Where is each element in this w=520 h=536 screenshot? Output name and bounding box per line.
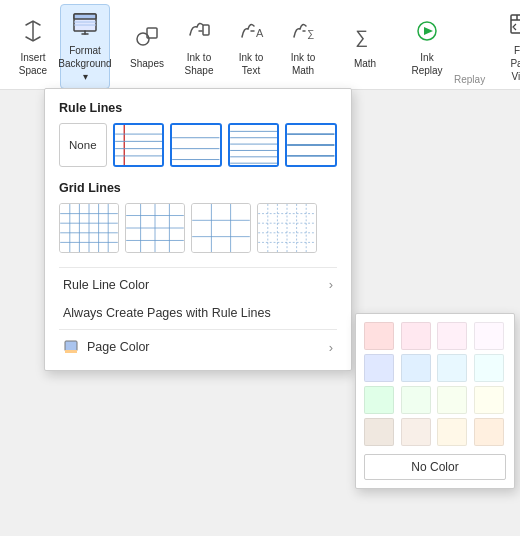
rule-option-2[interactable] xyxy=(170,123,222,167)
math-icon: ∑ xyxy=(351,23,379,55)
ink-to-text-label: Ink toText xyxy=(239,51,263,77)
svg-rect-66 xyxy=(65,341,77,351)
color-swatch-9[interactable] xyxy=(401,386,431,414)
math-label: Math xyxy=(354,57,376,70)
color-swatch-14[interactable] xyxy=(437,418,467,446)
color-swatch-7[interactable] xyxy=(474,354,504,382)
color-swatch-1[interactable] xyxy=(401,322,431,350)
rule-line-color-item[interactable]: Rule Line Color › xyxy=(59,270,337,299)
ink-to-math-button[interactable]: ∑ Ink toMath xyxy=(278,4,328,89)
svg-text:∑: ∑ xyxy=(307,28,314,39)
page-color-icon xyxy=(63,339,79,355)
color-swatch-3[interactable] xyxy=(474,322,504,350)
full-page-view-button[interactable]: Full PageView xyxy=(497,4,520,89)
grid-option-4[interactable] xyxy=(257,203,317,253)
rule-line-color-chevron: › xyxy=(329,277,333,292)
page-color-panel: No Color xyxy=(355,313,515,489)
page-color-label: Page Color xyxy=(87,340,150,354)
insert-space-icon xyxy=(19,17,47,49)
no-color-label: No Color xyxy=(411,460,458,474)
always-create-pages-label: Always Create Pages with Rule Lines xyxy=(63,306,271,320)
ribbon-toolbar: Insert Space FormatBackground ▾ Shapes xyxy=(0,0,520,90)
color-swatch-12[interactable] xyxy=(364,418,394,446)
grid-lines-title: Grid Lines xyxy=(59,181,337,195)
page-color-item-left: Page Color xyxy=(63,339,150,355)
format-background-label: FormatBackground ▾ xyxy=(58,44,111,83)
ink-to-text-button[interactable]: A Ink toText xyxy=(226,4,276,89)
grid-option-3[interactable] xyxy=(191,203,251,253)
svg-rect-19 xyxy=(172,125,219,165)
color-swatch-13[interactable] xyxy=(401,418,431,446)
always-create-pages-item[interactable]: Always Create Pages with Rule Lines xyxy=(59,299,337,327)
format-background-dropdown: Rule Lines None xyxy=(44,88,352,371)
svg-rect-1 xyxy=(74,14,96,19)
shapes-button[interactable]: Shapes xyxy=(122,4,172,89)
format-background-icon xyxy=(71,10,99,42)
page-color-item[interactable]: Page Color › xyxy=(59,332,337,362)
separator-1 xyxy=(59,267,337,268)
no-color-button[interactable]: No Color xyxy=(364,454,506,480)
color-swatch-6[interactable] xyxy=(437,354,467,382)
math-button[interactable]: ∑ Math xyxy=(340,4,390,89)
replay-group-label: Replay xyxy=(454,74,485,85)
rule-option-4[interactable] xyxy=(285,123,337,167)
svg-text:∑: ∑ xyxy=(355,27,368,47)
color-swatch-4[interactable] xyxy=(364,354,394,382)
ink-replay-button[interactable]: InkReplay xyxy=(402,4,452,89)
format-background-button[interactable]: FormatBackground ▾ xyxy=(60,4,110,89)
insert-space-label: Insert Space xyxy=(19,51,47,77)
svg-rect-6 xyxy=(203,25,209,35)
ink-replay-label: InkReplay xyxy=(411,51,442,77)
svg-text:A: A xyxy=(256,27,264,39)
rule-line-color-label: Rule Line Color xyxy=(63,278,149,292)
rule-lines-title: Rule Lines xyxy=(59,101,337,115)
ink-to-shape-button[interactable]: Ink toShape xyxy=(174,4,224,89)
color-swatch-15[interactable] xyxy=(474,418,504,446)
grid-option-1[interactable] xyxy=(59,203,119,253)
insert-space-button[interactable]: Insert Space xyxy=(8,4,58,89)
full-page-view-label: Full PageView xyxy=(507,44,520,83)
shapes-label: Shapes xyxy=(130,57,164,70)
color-swatch-8[interactable] xyxy=(364,386,394,414)
grid-line-options xyxy=(59,203,337,253)
color-swatch-10[interactable] xyxy=(437,386,467,414)
color-grid xyxy=(364,322,506,446)
ink-to-shape-label: Ink toShape xyxy=(185,51,214,77)
svg-marker-11 xyxy=(424,27,433,35)
ink-replay-icon xyxy=(413,17,441,49)
color-swatch-5[interactable] xyxy=(401,354,431,382)
ink-to-text-icon: A xyxy=(237,17,265,49)
ink-to-math-label: Ink toMath xyxy=(291,51,315,77)
grid-option-2[interactable] xyxy=(125,203,185,253)
color-swatch-2[interactable] xyxy=(437,322,467,350)
rule-none-option[interactable]: None xyxy=(59,123,107,167)
shapes-icon xyxy=(133,23,161,55)
rule-option-1[interactable] xyxy=(113,123,165,167)
svg-rect-51 xyxy=(192,204,250,252)
separator-2 xyxy=(59,329,337,330)
color-swatch-11[interactable] xyxy=(474,386,504,414)
rule-option-3[interactable] xyxy=(228,123,280,167)
full-page-view-icon xyxy=(508,10,520,42)
ink-to-shape-icon xyxy=(185,17,213,49)
svg-rect-67 xyxy=(65,350,77,353)
rule-none-label: None xyxy=(69,139,97,151)
rule-line-options: None xyxy=(59,123,337,167)
ink-to-math-icon: ∑ xyxy=(289,17,317,49)
color-swatch-0[interactable] xyxy=(364,322,394,350)
page-color-chevron: › xyxy=(329,340,333,355)
svg-rect-13 xyxy=(115,125,162,165)
